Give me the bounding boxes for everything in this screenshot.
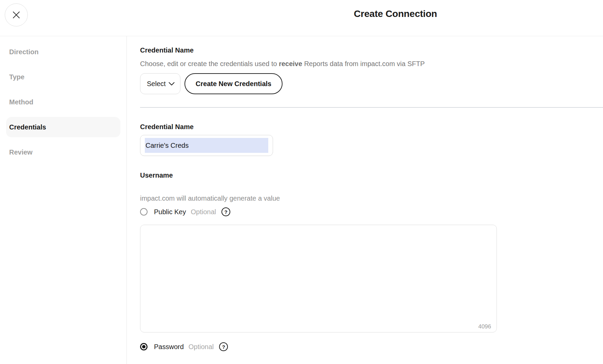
chevron-down-icon: [169, 82, 175, 86]
credential-name-input[interactable]: Carrie's Creds: [140, 135, 273, 156]
password-label: Password: [154, 343, 184, 351]
password-radio[interactable]: [140, 343, 148, 350]
description-bold-receive: receive: [279, 60, 302, 67]
public-key-textarea-container: 4096: [140, 225, 497, 332]
create-new-credentials-button[interactable]: Create New Credentials: [184, 73, 283, 94]
public-key-label: Public Key: [154, 208, 186, 216]
header: Create Connection: [0, 0, 603, 36]
credential-name-value: Carrie's Creds: [145, 138, 268, 153]
sidebar-item-review[interactable]: Review: [6, 142, 120, 162]
sidebar-item-type[interactable]: Type: [6, 67, 120, 87]
description-suffix: Reports data from impact.com via SFTP: [302, 60, 425, 67]
page-title: Create Connection: [354, 8, 437, 19]
close-icon: [12, 11, 21, 19]
description-prefix: Choose, edit or create the credentials u…: [140, 60, 279, 67]
credential-name-label: Credential Name: [140, 123, 194, 131]
char-counter: 4096: [478, 323, 491, 330]
username-hint: impact.com will automatically generate a…: [140, 194, 280, 203]
public-key-optional-label: Optional: [191, 208, 216, 216]
create-connection-page: Create Connection Direction Type Method …: [0, 0, 603, 364]
select-dropdown-label: Select: [147, 80, 166, 88]
credential-description: Choose, edit or create the credentials u…: [140, 59, 425, 68]
sidebar-item-credentials[interactable]: Credentials: [6, 117, 120, 137]
credential-name-heading: Credential Name: [140, 46, 194, 54]
public-key-textarea[interactable]: [140, 225, 497, 332]
credentials-select-dropdown[interactable]: Select: [140, 73, 180, 94]
close-button[interactable]: [5, 3, 28, 26]
sidebar-item-direction[interactable]: Direction: [6, 42, 120, 62]
public-key-radio[interactable]: [140, 208, 148, 216]
steps-sidebar: Direction Type Method Credentials Review: [0, 36, 127, 364]
password-optional-label: Optional: [189, 343, 214, 351]
password-help-icon[interactable]: ?: [219, 342, 228, 351]
public-key-radio-row: Public Key Optional ?: [140, 207, 230, 216]
username-heading: Username: [140, 171, 173, 179]
sidebar-item-method[interactable]: Method: [6, 92, 120, 112]
password-radio-row: Password Optional ?: [140, 342, 228, 351]
section-divider: [140, 107, 603, 108]
public-key-help-icon[interactable]: ?: [221, 207, 230, 216]
